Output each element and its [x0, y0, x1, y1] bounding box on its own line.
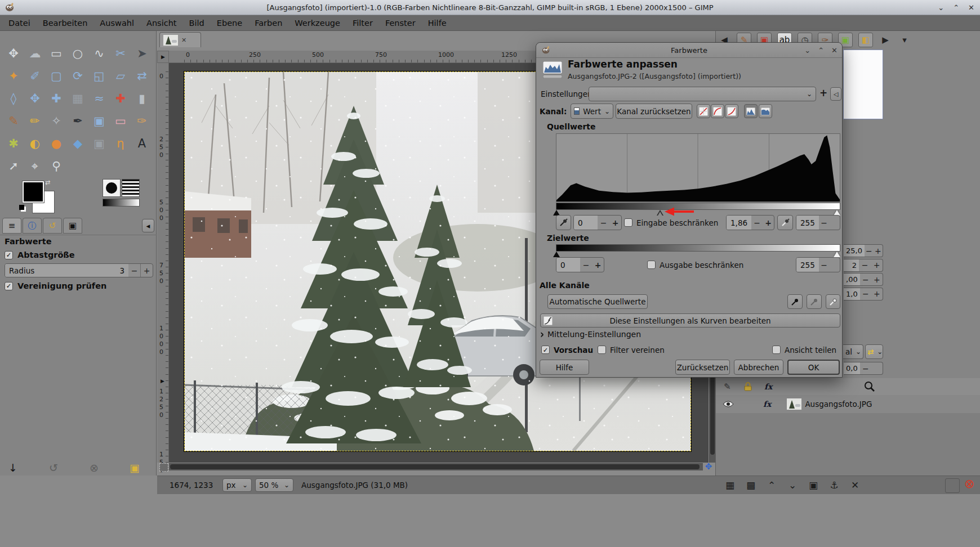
- presets-combo[interactable]: ⌄: [589, 87, 816, 101]
- sample-size-checkbox[interactable]: ✓: [5, 251, 13, 259]
- tab-images[interactable]: ▣: [63, 218, 82, 234]
- rect-select-tool-icon[interactable]: ▭: [46, 42, 67, 65]
- increment-icon[interactable]: +: [871, 259, 883, 271]
- close-icon[interactable]: ✕: [968, 3, 974, 12]
- swap-colors-icon[interactable]: ⇄: [45, 179, 50, 186]
- ellipse-select-tool-icon[interactable]: ○: [67, 42, 88, 65]
- edit-as-curves-button[interactable]: Diese Einstellungen als Kurven bearbeite…: [540, 313, 840, 328]
- auto-input-levels-button[interactable]: Automatische Quellwerte: [547, 294, 648, 309]
- paintbrush-tool-icon[interactable]: ✎: [3, 110, 24, 132]
- menu-ansicht[interactable]: Ansicht: [140, 17, 183, 29]
- unit-combo[interactable]: px⌄: [222, 478, 252, 492]
- tool-option-spinner-fragment[interactable]: 1,0−+: [844, 288, 883, 301]
- menu-werkzeuge[interactable]: Werkzeuge: [288, 17, 346, 29]
- high-input-spinner[interactable]: 255 −+: [796, 215, 840, 230]
- restore-preset-icon[interactable]: ↺: [45, 460, 62, 476]
- lower-layer-icon[interactable]: ⌄: [784, 477, 801, 493]
- airbrush-tool-icon[interactable]: ✧: [46, 110, 67, 132]
- split-view-checkbox[interactable]: [772, 346, 781, 354]
- n-point-deformation-tool-icon[interactable]: ▮: [131, 87, 153, 110]
- layer-list-empty[interactable]: [716, 413, 980, 476]
- channel-combo[interactable]: Wert ⌄: [571, 104, 613, 119]
- brush-preview[interactable]: [103, 179, 121, 197]
- zoom-tool-icon[interactable]: ⚲: [46, 155, 67, 177]
- radius-increment-icon[interactable]: +: [140, 264, 153, 277]
- scissors-select-tool-icon[interactable]: ✂: [110, 42, 131, 65]
- text-tool-icon[interactable]: A: [131, 132, 153, 155]
- radius-slider[interactable]: Radius 3 − +: [5, 263, 153, 277]
- menu-fenster[interactable]: Fenster: [379, 17, 422, 29]
- maximize-icon[interactable]: ⌃: [953, 3, 959, 12]
- pick-black-button[interactable]: [787, 294, 803, 309]
- tab-device-status[interactable]: ⓘ: [23, 218, 42, 234]
- perspective-tool-icon[interactable]: ◊: [3, 87, 24, 110]
- measure-tool-icon[interactable]: ⌖: [24, 155, 46, 177]
- menu-datei[interactable]: Datei: [2, 17, 37, 29]
- unified-transform-tool-icon[interactable]: ✥: [24, 87, 46, 110]
- reset-button[interactable]: Zurücksetzen: [675, 360, 730, 375]
- window-titlebar[interactable]: [Ausgangsfoto] (importiert)-1.0 (RGB-Far…: [0, 0, 980, 15]
- layer-mode-combo-fragment[interactable]: al⌄: [843, 344, 863, 359]
- dock-collapse-button[interactable]: ◂: [142, 219, 154, 232]
- crop-tool-icon[interactable]: ▢: [46, 65, 67, 87]
- cancel-button[interactable]: Abbrechen: [734, 360, 783, 375]
- perceptual-trc-icon[interactable]: [725, 104, 738, 118]
- menu-bearbeiten[interactable]: Bearbeiten: [37, 17, 94, 29]
- pattern-preview[interactable]: [122, 179, 140, 197]
- delete-preset-icon[interactable]: ⊗: [86, 460, 103, 476]
- dialog-minimize-icon[interactable]: ⌄: [804, 46, 810, 55]
- clamp-output-checkbox[interactable]: [647, 261, 656, 269]
- preset-menu-button[interactable]: ◁: [830, 87, 841, 101]
- scale-tool-icon[interactable]: ◱: [88, 65, 110, 87]
- gradient-preview[interactable]: [103, 199, 140, 207]
- menu-bild[interactable]: Bild: [183, 17, 211, 29]
- tool-option-spinner-fragment[interactable]: 2−+: [844, 259, 883, 272]
- brush-preview-panel[interactable]: [843, 50, 883, 119]
- lock-icon[interactable]: [743, 382, 753, 392]
- palette-icon[interactable]: ◧: [858, 33, 873, 47]
- lock-pixels-icon[interactable]: ✎: [724, 382, 731, 392]
- layer-thumbnail[interactable]: [787, 398, 801, 410]
- radius-decrement-icon[interactable]: −: [128, 264, 140, 277]
- pencil-tool-icon[interactable]: ✏: [24, 110, 46, 132]
- low-input-spinner[interactable]: 0 −+: [573, 215, 622, 230]
- script-fu-icon[interactable]: [945, 478, 960, 493]
- dodge-burn-tool-icon[interactable]: ◐: [24, 132, 46, 155]
- low-output-spinner[interactable]: 0 −+: [556, 257, 604, 272]
- horizontal-scrollbar-thumb[interactable]: [170, 464, 700, 469]
- dialog-close-icon[interactable]: ✕: [831, 46, 838, 55]
- reset-tool-icon[interactable]: ▣: [126, 460, 143, 476]
- opacity-spinner-fragment[interactable]: 0,0 −+: [844, 362, 883, 375]
- increment-icon[interactable]: +: [871, 274, 883, 285]
- navigation-button[interactable]: ✥: [703, 462, 714, 471]
- save-preset-icon[interactable]: ↓: [5, 460, 21, 476]
- search-icon[interactable]: [863, 380, 876, 393]
- preview-checkbox[interactable]: ✓: [541, 346, 550, 354]
- shear-tool-icon[interactable]: ▱: [110, 65, 131, 87]
- tool-option-spinner-fragment[interactable]: ,00−+: [844, 273, 883, 286]
- layer-row[interactable]: fx Ausgangsfoto.JPG: [716, 395, 980, 413]
- gamma-spinner[interactable]: 1,86 −+: [726, 215, 774, 230]
- image-tab-close-icon[interactable]: ✕: [181, 37, 186, 44]
- image-tab[interactable]: ✕: [159, 32, 201, 47]
- tool-option-spinner-fragment[interactable]: 25,0−+: [844, 244, 883, 257]
- linear-histogram-icon[interactable]: [744, 104, 758, 118]
- flip-tool-icon[interactable]: ⇄: [131, 65, 153, 87]
- new-group-icon[interactable]: ▩: [742, 477, 759, 493]
- decrement-icon[interactable]: −: [860, 274, 871, 285]
- gradient-tool-icon[interactable]: ✐: [24, 65, 46, 87]
- merge-filter-checkbox[interactable]: [598, 346, 606, 354]
- menu-farben[interactable]: Farben: [248, 17, 288, 29]
- eraser-tool-icon[interactable]: ▭: [110, 110, 131, 132]
- heal-tool-icon[interactable]: ✚: [110, 87, 131, 110]
- menu-filter[interactable]: Filter: [346, 17, 379, 29]
- quick-mask-toggle[interactable]: [159, 463, 168, 472]
- white-eyedropper-button[interactable]: [777, 215, 793, 230]
- visibility-eye-icon[interactable]: [723, 400, 734, 408]
- free-select-tool-icon[interactable]: ∿: [88, 42, 110, 65]
- decrement-icon[interactable]: −: [865, 245, 874, 257]
- gamma-marker[interactable]: [657, 210, 663, 216]
- vertical-ruler[interactable]: 0250500750100012501500 ▶: [157, 63, 169, 463]
- menu-hilfe[interactable]: Hilfe: [422, 17, 453, 29]
- water-drop-tool-icon[interactable]: ◆: [67, 132, 88, 155]
